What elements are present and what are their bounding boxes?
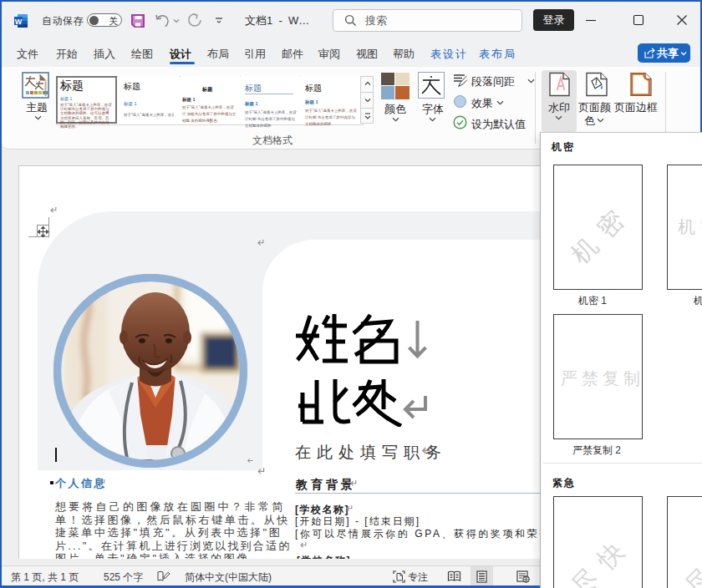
svg-text:W: W: [15, 18, 23, 26]
